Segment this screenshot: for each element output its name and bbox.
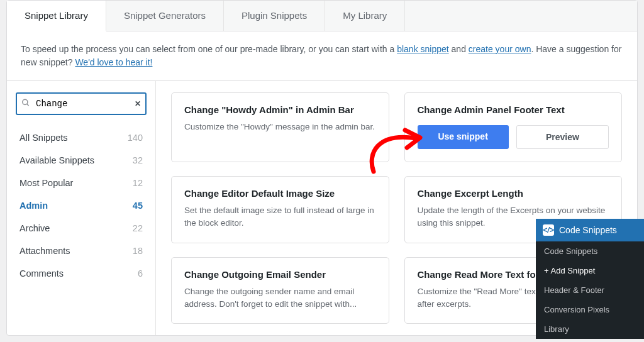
category-count: 12 bbox=[133, 178, 143, 188]
category-label: Archive bbox=[19, 223, 50, 233]
snippet-desc: Set the default image size to full inste… bbox=[184, 204, 376, 230]
search-wrap: ✕ bbox=[16, 92, 147, 115]
flyout-title: Code Snippets bbox=[559, 225, 617, 235]
flyout-item-add-snippet[interactable]: + Add Snippet bbox=[536, 261, 644, 280]
snippet-card[interactable]: Change Outgoing Email Sender Change the … bbox=[171, 257, 389, 324]
flyout-header[interactable]: </> Code Snippets bbox=[536, 219, 644, 241]
flyout-item-library[interactable]: Library bbox=[536, 319, 644, 339]
clear-search-icon[interactable]: ✕ bbox=[135, 99, 141, 108]
snippet-actions: Use snippet Preview bbox=[418, 125, 609, 149]
flyout-item-header-footer[interactable]: Header & Footer bbox=[536, 280, 644, 300]
snippet-title: Change Admin Panel Footer Text bbox=[418, 104, 609, 115]
intro-text-pt1: To speed up the process you can select f… bbox=[21, 44, 397, 54]
category-list: All Snippets140 Available Snippets32 Mos… bbox=[16, 126, 147, 285]
code-snippets-logo-icon: </> bbox=[543, 224, 554, 236]
snippet-desc: Customize the "Howdy" message in the adm… bbox=[184, 121, 376, 133]
category-all-snippets[interactable]: All Snippets140 bbox=[16, 126, 147, 149]
tab-snippet-generators[interactable]: Snippet Generators bbox=[106, 1, 224, 31]
category-available-snippets[interactable]: Available Snippets32 bbox=[16, 149, 147, 172]
snippet-card[interactable]: Change Admin Panel Footer Text Use snipp… bbox=[404, 92, 623, 162]
tab-snippet-library[interactable]: Snippet Library bbox=[7, 1, 106, 31]
snippet-card[interactable]: Change "Howdy Admin" in Admin Bar Custom… bbox=[171, 92, 389, 162]
flyout-item-conversion-pixels[interactable]: Conversion Pixels bbox=[536, 300, 644, 319]
category-label: Attachments bbox=[19, 246, 70, 256]
snippet-title: Change Outgoing Email Sender bbox=[184, 269, 376, 280]
category-attachments[interactable]: Attachments18 bbox=[16, 240, 147, 262]
search-input[interactable] bbox=[16, 92, 147, 115]
category-label: Comments bbox=[19, 268, 64, 279]
snippet-title: Change Editor Default Image Size bbox=[184, 188, 376, 199]
tab-my-library[interactable]: My Library bbox=[325, 1, 405, 31]
snippet-title: Change Excerpt Length bbox=[418, 188, 609, 199]
tabs-bar: Snippet Library Snippet Generators Plugi… bbox=[7, 1, 637, 31]
category-comments[interactable]: Comments6 bbox=[16, 262, 147, 285]
tab-plugin-snippets[interactable]: Plugin Snippets bbox=[224, 1, 325, 31]
search-icon bbox=[21, 99, 30, 109]
snippet-desc: Change the outgoing sender name and emai… bbox=[184, 285, 376, 311]
intro-text: To speed up the process you can select f… bbox=[7, 31, 637, 80]
svg-line-1 bbox=[27, 104, 29, 106]
snippet-title: Change "Howdy Admin" in Admin Bar bbox=[184, 104, 376, 115]
category-admin[interactable]: Admin45 bbox=[16, 194, 147, 217]
category-label: Most Popular bbox=[19, 178, 73, 188]
blank-snippet-link[interactable]: blank snippet bbox=[397, 44, 449, 54]
category-most-popular[interactable]: Most Popular12 bbox=[16, 172, 147, 194]
snippet-card[interactable]: Change Editor Default Image Size Set the… bbox=[171, 176, 389, 243]
use-snippet-button[interactable]: Use snippet bbox=[418, 125, 509, 149]
category-count: 22 bbox=[133, 223, 143, 233]
category-label: All Snippets bbox=[19, 133, 68, 143]
category-count: 140 bbox=[128, 133, 143, 143]
intro-text-pt2: and bbox=[449, 44, 469, 54]
create-your-own-link[interactable]: create your own bbox=[469, 44, 531, 54]
preview-button[interactable]: Preview bbox=[516, 125, 609, 149]
category-count: 6 bbox=[138, 268, 143, 279]
category-label: Available Snippets bbox=[19, 155, 94, 165]
flyout-item-code-snippets[interactable]: Code Snippets bbox=[536, 241, 644, 261]
category-archive[interactable]: Archive22 bbox=[16, 217, 147, 240]
category-count: 45 bbox=[133, 201, 143, 211]
category-label: Admin bbox=[19, 201, 48, 211]
svg-point-0 bbox=[23, 99, 28, 104]
feedback-link[interactable]: We'd love to hear it! bbox=[75, 57, 152, 67]
category-count: 18 bbox=[133, 246, 143, 256]
admin-flyout-menu: </> Code Snippets Code Snippets + Add Sn… bbox=[536, 219, 644, 339]
sidebar: ✕ All Snippets140 Available Snippets32 M… bbox=[7, 81, 156, 335]
category-count: 32 bbox=[133, 155, 143, 165]
